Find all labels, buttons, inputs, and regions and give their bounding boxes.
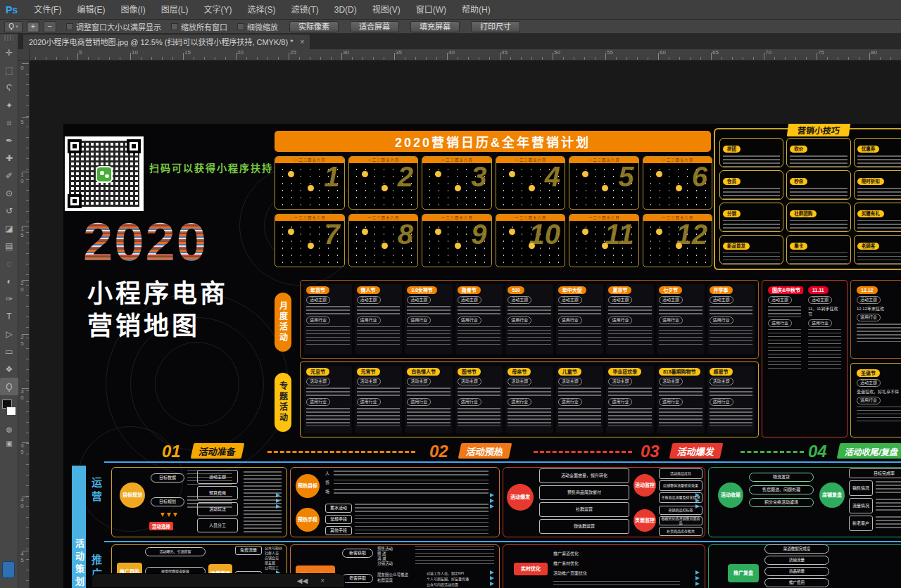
ruler-label: 55 xyxy=(607,49,613,56)
document-tab[interactable]: 2020小程序电商营销地图.jpg @ 12.5% (扫码可以获得小程序扶持, … xyxy=(23,34,310,49)
screen-mode-button[interactable]: ▣ xyxy=(0,436,18,450)
ruler-label: 65 xyxy=(712,49,719,56)
menu-window[interactable]: 窗口(W) xyxy=(408,0,454,20)
ruler-label: 0 xyxy=(19,65,25,71)
options-bar: Ϙ ▾ + − 调整窗口大小以满屏显示 缩放所有窗口 细微缩放 实际像素 适合屏… xyxy=(0,20,901,34)
menu-help[interactable]: 帮助(H) xyxy=(454,0,498,20)
menu-3d[interactable]: 3D(D) xyxy=(327,0,365,20)
brush-tool[interactable]: ✐ xyxy=(0,167,18,184)
type-tool[interactable]: T xyxy=(0,307,18,325)
node-activity-burst: 活动爆发 xyxy=(507,484,534,511)
history-brush-tool[interactable]: ↺ xyxy=(0,202,18,219)
special-holidays-box: 国庆&中秋节 活动主题 适用行业 11.11 活动主题 11、11剁手狂欢节 适… xyxy=(762,280,848,437)
ruler-label: 25 xyxy=(290,49,296,56)
dodge-tool[interactable]: ◐ xyxy=(0,272,18,290)
ruler-label: 15 xyxy=(184,49,191,56)
lasso-tool[interactable]: Ϛ xyxy=(0,79,18,96)
node-goal-planning: 目标规划 xyxy=(120,482,145,508)
tip-card: 会员 xyxy=(719,170,783,200)
path-selection-tool[interactable]: ▷ xyxy=(0,325,18,343)
resize-windows-checkbox[interactable]: 调整窗口大小以满屏显示 xyxy=(66,21,161,32)
phase-number: 03 xyxy=(641,442,660,461)
hand-tool[interactable]: ❖ xyxy=(0,360,18,378)
node-activity-monitor: 活动监控 xyxy=(634,474,656,497)
zoom-tool-preset[interactable]: Ϙ ▾ xyxy=(4,21,23,32)
calendar-month: 一 二 三 四 五 六 日9 xyxy=(422,214,492,267)
node-warmup-goal: 预热目标 xyxy=(296,474,320,498)
tip-card: 社群团购 xyxy=(786,203,850,232)
ruler-label: 5 xyxy=(19,119,25,125)
node-shop-review: 店铺复盘 xyxy=(819,482,845,508)
zoom-tool-icon: Ϙ xyxy=(8,23,14,30)
document-title: 2020小程序电商营销地图.jpg @ 12.5% (扫码可以获得小程序扶持, … xyxy=(29,35,293,49)
quick-mask-button[interactable]: ◍ xyxy=(0,422,18,436)
mini-bridge-icon[interactable] xyxy=(2,561,15,578)
background-color-swatch[interactable] xyxy=(6,407,16,416)
menu-image[interactable]: 图像(I) xyxy=(113,0,153,20)
topic-cards: 元旦节活动主题适用行业 元宵节活动主题适用行业 白色情人节活动主题适用行业 图书… xyxy=(300,362,759,437)
ruler-label: 30 xyxy=(19,388,25,401)
close-icon[interactable]: × xyxy=(320,577,325,584)
menu-bar: Ps 文件(F) 编辑(E) 图像(I) 图层(L) 文字(Y) 选择(S) 滤… xyxy=(0,0,901,20)
zoom-all-windows-checkbox[interactable]: 缩放所有窗口 xyxy=(171,21,227,32)
monthly-cards: 年货节活动主题适用行业 情人节活动主题适用行业 3.8女神节活动主题适用行业 踏… xyxy=(300,280,759,359)
xmas-card: 圣诞节 活动主题 圣诞狂欢，好礼享不停 适用行业 xyxy=(850,363,901,437)
mini-floating-bar: ◀◀ × xyxy=(92,573,345,588)
scrubby-zoom-checkbox[interactable]: 细微缩放 xyxy=(237,21,278,32)
blur-tool[interactable]: ◌ xyxy=(0,255,18,272)
move-tool[interactable]: ✛ xyxy=(0,44,18,61)
menu-view[interactable]: 视图(V) xyxy=(365,0,408,20)
horizontal-ruler: 5 10 15 20 25 30 35 40 45 50 55 60 65 70… xyxy=(18,49,901,60)
rectangular-marquee-tool[interactable]: ⬚ xyxy=(0,61,18,79)
menu-file[interactable]: 文件(F) xyxy=(26,0,69,20)
node-page-monitor: 页面监控 xyxy=(634,509,656,532)
toolbox-header[interactable] xyxy=(4,35,13,42)
poster-image: 扫码可以获得小程序扶持 2020 小程序电商 营销地图 2020营销日历&全年营… xyxy=(63,124,901,588)
ruler-label: 10 xyxy=(19,172,25,184)
menu-layer[interactable]: 图层(L) xyxy=(153,0,196,20)
gradient-tool[interactable]: ▤ xyxy=(0,237,18,255)
ruler-label: 30 xyxy=(343,49,349,56)
calendar-month: 一 二 三 四 五 六 日2 xyxy=(348,156,419,210)
menu-filter[interactable]: 滤镜(T) xyxy=(283,0,326,20)
rewind-icon[interactable]: ◀◀ xyxy=(297,577,308,584)
poster-title-line2: 营销地图 xyxy=(87,305,200,342)
close-tab-icon[interactable]: × xyxy=(300,35,304,49)
actual-pixels-button[interactable]: 实际像素 xyxy=(289,21,339,32)
tip-card: 老顾客 xyxy=(854,235,901,264)
ruler-label: 50 xyxy=(554,49,560,56)
eyedropper-tool[interactable]: ✒ xyxy=(0,132,18,149)
clone-stamp-tool[interactable]: ⊙ xyxy=(0,184,18,202)
tip-card: 分销 xyxy=(719,203,783,232)
fill-screen-button[interactable]: 填充屏幕 xyxy=(410,21,460,32)
eraser-tool[interactable]: ◪ xyxy=(0,219,18,237)
ruler-label: 75 xyxy=(818,49,824,56)
pen-tool[interactable]: ✑ xyxy=(0,290,18,307)
node-realtime-optimize: 实时优化 xyxy=(514,563,548,575)
fit-screen-button[interactable]: 适合屏幕 xyxy=(350,21,399,32)
ruler-label: 45 xyxy=(19,551,25,563)
zoom-tool[interactable]: Ϙ xyxy=(0,378,18,395)
node-promo-review: 推广复盘 xyxy=(728,564,759,582)
menu-select[interactable]: 选择(S) xyxy=(239,0,283,20)
tip-card: 集卡 xyxy=(786,235,850,264)
healing-brush-tool[interactable]: ✚ xyxy=(0,149,18,167)
color-swatches[interactable] xyxy=(0,398,18,422)
magic-wand-tool[interactable]: ✦ xyxy=(0,96,18,114)
tip-card: 优惠券 xyxy=(854,138,901,167)
shape-tool[interactable]: ▭ xyxy=(0,343,18,360)
menu-edit[interactable]: 编辑(E) xyxy=(69,0,113,20)
dec12-card: 12.12 活动主题 12.12年末狂欢 适用行业 xyxy=(850,280,901,359)
ruler-label: 20 xyxy=(237,49,244,56)
marketing-tips-panel: 营销小技巧 拼团 砍价 优惠券 会员 秒杀 限时折扣 分销 社群团购 买赠有礼 … xyxy=(714,128,901,270)
phase-number: 02 xyxy=(429,442,448,461)
zoom-in-button[interactable]: + xyxy=(27,21,39,32)
ruler-label: 20 xyxy=(19,280,25,293)
tip-card: 限时折扣 xyxy=(854,170,901,200)
zoom-out-button[interactable]: − xyxy=(44,21,56,32)
crop-tool[interactable]: ⌗ xyxy=(0,114,18,132)
ruler-label: 60 xyxy=(660,49,666,56)
menu-type[interactable]: 文字(Y) xyxy=(196,0,239,20)
print-size-button[interactable]: 打印尺寸 xyxy=(471,21,520,32)
document-tab-bar: 2020小程序电商营销地图.jpg @ 12.5% (扫码可以获得小程序扶持, … xyxy=(18,34,901,49)
